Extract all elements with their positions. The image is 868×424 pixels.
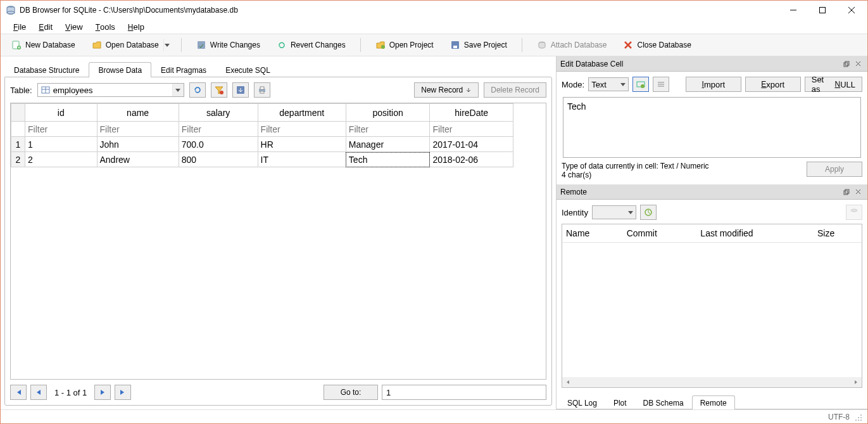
maximize-button[interactable]	[808, 1, 837, 20]
menu-edit[interactable]: Edit	[32, 21, 59, 33]
goto-input[interactable]	[382, 385, 546, 400]
open-project-button[interactable]: Open Project	[371, 38, 438, 52]
pager-next-button[interactable]	[94, 385, 111, 400]
remote-column-header[interactable]: Size	[814, 224, 862, 242]
cell[interactable]: 2	[25, 152, 97, 167]
close-button[interactable]	[837, 1, 866, 20]
save-project-button[interactable]: Save Project	[446, 38, 512, 52]
cell[interactable]: IT	[258, 152, 346, 167]
goto-button[interactable]: Go to:	[324, 385, 378, 400]
new-database-button[interactable]: New Database	[7, 38, 80, 52]
tab-sql-log[interactable]: SQL Log	[559, 395, 605, 409]
remote-table[interactable]: NameCommitLast modifiedSize	[562, 224, 862, 388]
revert-changes-button[interactable]: Revert Changes	[272, 38, 350, 52]
minimize-button[interactable]	[779, 1, 808, 20]
column-filter-input[interactable]	[97, 122, 179, 136]
column-header[interactable]: department	[258, 104, 346, 122]
column-filter-input[interactable]	[346, 122, 430, 136]
remote-column-header[interactable]: Last modified	[696, 224, 814, 242]
edit-cell-tool1-button[interactable]	[632, 77, 649, 92]
clear-filters-button[interactable]	[211, 82, 227, 98]
identity-selector[interactable]	[592, 205, 636, 219]
table-row[interactable]: 11John700.0HRManager2017-01-04	[11, 137, 513, 152]
write-changes-button[interactable]: Write Changes	[192, 38, 265, 52]
mode-selector[interactable]: Text	[588, 77, 629, 91]
remote-scrollbar[interactable]	[562, 377, 862, 387]
svg-point-16	[220, 91, 223, 94]
dock-close-button[interactable]	[852, 58, 864, 70]
cell[interactable]: HR	[258, 137, 346, 152]
refresh-button[interactable]	[189, 82, 206, 98]
column-header[interactable]: hireDate	[430, 104, 513, 122]
tab-browse-data[interactable]: Browse Data	[89, 62, 151, 77]
tab-label: Database Structure	[14, 66, 79, 75]
remote-refresh-button[interactable]	[640, 205, 657, 220]
cell-editor[interactable]: Tech	[563, 97, 861, 158]
save-table-button[interactable]	[232, 82, 249, 98]
cell[interactable]: 700.0	[179, 137, 258, 152]
menubar: File Edit View Tools Help	[1, 20, 867, 34]
tab-label: Edit Pragmas	[161, 66, 206, 75]
table-selector[interactable]: employees	[37, 83, 184, 97]
cell[interactable]: John	[97, 137, 179, 152]
new-record-button[interactable]: New Record	[414, 82, 479, 98]
attach-database-button[interactable]: Attach Database	[532, 38, 612, 52]
column-filter-input[interactable]	[179, 122, 258, 136]
import-button[interactable]: Import	[686, 77, 741, 92]
column-header[interactable]: position	[346, 104, 430, 122]
tab-database-structure[interactable]: Database Structure	[4, 62, 89, 77]
tab-edit-pragmas[interactable]: Edit Pragmas	[151, 62, 216, 77]
dock-float-button[interactable]	[841, 186, 852, 198]
cell[interactable]: 2017-01-04	[430, 137, 513, 152]
tab-plot[interactable]: Plot	[605, 395, 635, 409]
svg-rect-3	[820, 8, 826, 13]
print-button[interactable]	[254, 82, 270, 98]
dock-float-button[interactable]	[841, 58, 852, 70]
column-header[interactable]: id	[25, 104, 97, 122]
tab-db-schema[interactable]: DB Schema	[635, 395, 692, 409]
goto-label: Go to:	[341, 388, 362, 397]
resize-grip-icon[interactable]	[853, 413, 862, 421]
cell[interactable]: Tech	[346, 152, 430, 167]
column-filter-input[interactable]	[25, 122, 97, 136]
delete-record-button[interactable]: Delete Record	[484, 82, 546, 98]
cell[interactable]: 800	[179, 152, 258, 167]
data-grid[interactable]: idnamesalarydepartmentpositionhireDate11…	[10, 103, 546, 380]
menu-help[interactable]: Help	[122, 21, 151, 33]
apply-button[interactable]: Apply	[807, 162, 862, 177]
close-database-button[interactable]: Close Database	[619, 38, 695, 52]
scroll-left-icon[interactable]	[563, 378, 572, 387]
export-button[interactable]: Export	[745, 77, 801, 92]
menu-file[interactable]: File	[7, 21, 32, 33]
remote-push-button[interactable]	[846, 205, 862, 220]
cell[interactable]: 2018-02-06	[430, 152, 513, 167]
save-project-icon	[450, 40, 460, 50]
tab-remote[interactable]: Remote	[692, 395, 735, 409]
scroll-right-icon[interactable]	[852, 378, 860, 387]
column-filter-input[interactable]	[430, 122, 513, 136]
cell[interactable]: 1	[25, 137, 97, 152]
table-row[interactable]: 22Andrew800ITTech2018-02-06	[11, 152, 513, 167]
remote-column-header[interactable]: Commit	[623, 224, 697, 242]
table-selected-name: employees	[53, 86, 172, 95]
pager-prev-button[interactable]	[30, 385, 47, 400]
remote-column-header[interactable]: Name	[562, 224, 623, 242]
menu-view[interactable]: View	[59, 21, 89, 33]
dock-close-button[interactable]	[852, 186, 864, 198]
pager-first-button[interactable]	[10, 385, 27, 400]
tab-label: Browse Data	[98, 66, 142, 75]
open-database-button[interactable]: Open Database	[87, 38, 163, 52]
menu-tools[interactable]: Tools	[89, 21, 122, 33]
cell[interactable]: Manager	[346, 137, 430, 152]
tab-label: Execute SQL	[225, 66, 270, 75]
column-header[interactable]: salary	[179, 104, 258, 122]
tab-execute-sql[interactable]: Execute SQL	[216, 62, 280, 77]
edit-cell-tool2-button[interactable]	[653, 77, 669, 92]
set-as-null-button[interactable]: Set as NULL	[805, 77, 862, 92]
column-header[interactable]: name	[97, 104, 179, 122]
cell[interactable]: Andrew	[97, 152, 179, 167]
pager-last-button[interactable]	[115, 385, 131, 400]
write-changes-icon	[196, 40, 206, 50]
column-filter-input[interactable]	[258, 122, 346, 136]
open-database-dropdown[interactable]	[163, 39, 171, 51]
